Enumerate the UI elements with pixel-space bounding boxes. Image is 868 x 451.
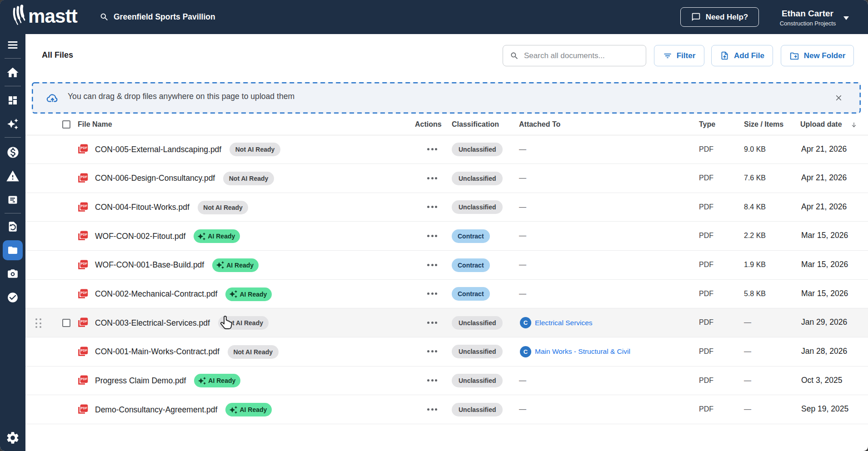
svg-text:PDF: PDF [81, 262, 87, 265]
svg-text:PDF: PDF [81, 175, 87, 178]
svg-text:PDF: PDF [81, 320, 87, 323]
svg-text:PDF: PDF [81, 233, 87, 237]
svg-text:PDF: PDF [81, 378, 87, 381]
svg-text:PDF: PDF [81, 349, 87, 352]
svg-text:PDF: PDF [81, 291, 87, 294]
svg-text:PDF: PDF [81, 406, 87, 410]
svg-text:PDF: PDF [81, 147, 87, 150]
svg-text:PDF: PDF [81, 204, 87, 208]
